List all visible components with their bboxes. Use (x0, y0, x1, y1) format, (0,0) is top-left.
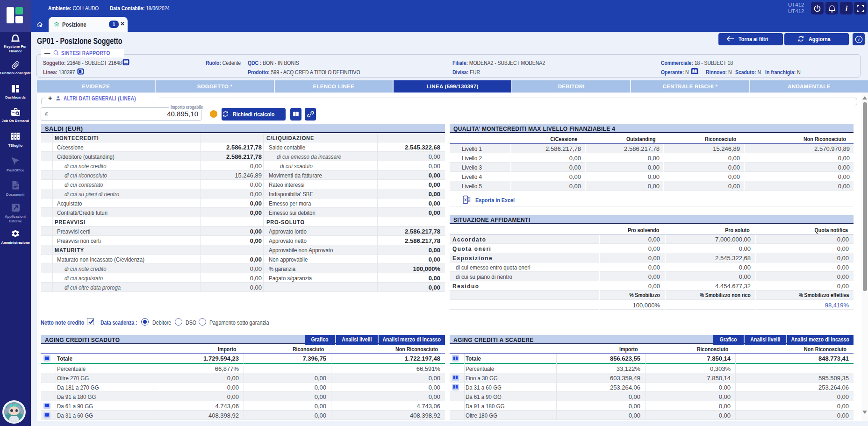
svg-text:i: i (858, 37, 860, 43)
svg-text:i: i (845, 5, 847, 13)
svg-text:x: x (464, 197, 467, 202)
